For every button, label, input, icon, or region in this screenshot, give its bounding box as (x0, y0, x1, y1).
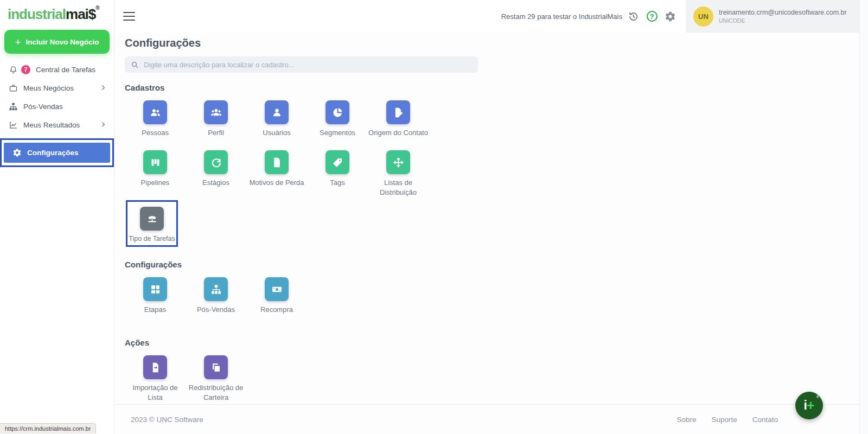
copy-icon (210, 362, 222, 373)
tile-tipo-de-tarefas[interactable]: Tipo de Tarefas (129, 207, 175, 244)
header-icons: ? (628, 11, 676, 22)
tile-redistribuicao-de-carteira[interactable]: Redistribuição de Carteira (186, 355, 246, 403)
app-logo: industrialmai$® (0, 0, 114, 23)
section-heading-cadastros: Cadastros (125, 83, 859, 92)
tile-perfil[interactable]: Perfil (186, 100, 246, 148)
footer-link-contato[interactable]: Contato (752, 416, 778, 424)
vertical-scrollbar[interactable] (859, 0, 868, 434)
trial-countdown-text: Restam 29 para testar o IndustrialMais (501, 12, 622, 21)
tile-pessoas[interactable]: Pessoas (125, 100, 186, 148)
tile-importacao-de-lista[interactable]: Importação de Lista (125, 355, 186, 403)
annotation-box-sidebar: Configurações (0, 138, 114, 167)
page-title: Configurações (125, 37, 859, 49)
money-bill-icon (271, 284, 283, 295)
sidebar-menu: 7 Central de Tarefas Meus Negócios Pós-V… (0, 60, 114, 167)
tile-label: Etapas (144, 305, 166, 325)
logo-part-mais: mai$ (66, 6, 95, 22)
sidebar-item-central-de-tarefas[interactable]: 7 Central de Tarefas (0, 60, 114, 79)
search-input[interactable] (144, 61, 472, 69)
copyright-text: 2023 © UNC Software (131, 416, 203, 424)
tile-segmentos[interactable]: Segmentos (307, 100, 368, 148)
new-deal-button[interactable]: + Incluir Novo Negócio (4, 30, 110, 54)
tag-icon (332, 157, 343, 168)
tile-label: Pessoas (142, 128, 169, 148)
phone-icon (146, 213, 158, 225)
main-content: Configurações Cadastros Pessoas Perfil U… (114, 33, 859, 404)
move-arrows-icon (393, 157, 404, 168)
tile-label: Listas de Distribuição (368, 178, 429, 198)
grid-icon (150, 284, 161, 295)
tile-estagios[interactable]: Estágios (186, 150, 246, 198)
tile-row: Importação de Lista Redistribuição de Ca… (125, 355, 859, 403)
tile-origem-do-contato[interactable]: Origem do Contato (368, 100, 429, 148)
tile-label: Pós-Vendas (197, 305, 235, 325)
redo-arrow-icon (210, 157, 222, 168)
tile-listas-de-distribuicao[interactable]: Listas de Distribuição (368, 150, 429, 198)
tile-etapas[interactable]: Etapas (125, 277, 186, 325)
chart-pie-icon (332, 107, 343, 118)
sitemap-icon (210, 284, 222, 295)
tile-label: Perfil (208, 128, 224, 148)
tile-label: Motivos de Perda (249, 178, 304, 198)
tile-recompra[interactable]: Recompra (246, 277, 307, 325)
sitemap-icon (9, 102, 18, 111)
tile-pipelines[interactable]: Pipelines (125, 150, 186, 198)
search-icon (131, 61, 139, 69)
sidebar-item-pos-vendas[interactable]: Pós-Vendas (0, 97, 114, 116)
fab-registered-mark: ® (816, 395, 819, 399)
tile-row: Tipo de Tarefas (125, 200, 859, 247)
tile-label: Usuários (263, 128, 290, 148)
file-pen-icon (393, 107, 404, 118)
brand-fab-button[interactable]: i + ® (795, 392, 823, 419)
tile-motivos-de-perda[interactable]: Motivos de Perda (246, 150, 307, 198)
chart-line-icon (9, 120, 18, 130)
task-count-badge: 7 (21, 65, 30, 74)
tile-label: Tipo de Tarefas (129, 234, 175, 244)
new-deal-button-label: Incluir Novo Negócio (26, 38, 99, 46)
settings-gear-icon[interactable] (665, 11, 676, 22)
search-bar (125, 56, 478, 73)
avatar: UN (693, 7, 713, 27)
browser-status-url: https://crm.industrialmais.com.br (0, 423, 96, 433)
tile-pos-vendas[interactable]: Pós-Vendas (186, 277, 246, 325)
user-friends-icon (150, 107, 161, 118)
help-icon[interactable]: ? (646, 11, 658, 22)
section-heading-acoes: Ações (125, 338, 859, 347)
tile-row: Etapas Pós-Vendas Recompra (125, 277, 859, 325)
tile-label: Tags (330, 178, 344, 198)
annotation-box-tipo-de-tarefas: Tipo de Tarefas (126, 200, 178, 247)
chevron-right-icon (100, 84, 106, 92)
user-company: UNICODE (719, 17, 847, 24)
kanban-icon (150, 157, 161, 168)
document-icon (271, 157, 283, 168)
sidebar-item-label: Meus Resultados (23, 121, 80, 129)
sidebar-item-configuracoes[interactable]: Configurações (4, 143, 110, 163)
tile-row: Pessoas Perfil Usuários Segmentos Origem… (125, 100, 859, 148)
sidebar-item-meus-resultados[interactable]: Meus Resultados (0, 116, 114, 134)
tile-label: Origem do Contato (368, 128, 428, 148)
footer-link-sobre[interactable]: Sobre (676, 416, 696, 424)
tile-tags[interactable]: Tags (307, 150, 368, 198)
history-icon[interactable] (628, 11, 639, 22)
tile-label: Segmentos (320, 128, 355, 148)
footer: 2023 © UNC Software Sobre Suporte Contat… (114, 404, 859, 434)
briefcase-icon (9, 84, 18, 93)
sidebar-item-label: Configurações (27, 149, 79, 157)
help-glyph: ? (650, 13, 654, 20)
section-heading-configuracoes: Configurações (125, 260, 859, 269)
sidebar-item-label: Meus Negócios (23, 84, 74, 92)
tile-label: Recompra (260, 305, 293, 325)
file-import-icon (150, 362, 161, 373)
tile-row: Pipelines Estágios Motivos de Perda Tags… (125, 150, 859, 198)
sidebar-item-meus-negocios[interactable]: Meus Negócios (0, 79, 114, 97)
footer-link-suporte[interactable]: Suporte (711, 416, 737, 424)
sidebar-item-label: Central de Tarefas (36, 66, 95, 74)
sidebar-item-label: Pós-Vendas (23, 103, 63, 111)
footer-links: Sobre Suporte Contato (676, 416, 778, 424)
plus-icon: + (15, 37, 21, 47)
user-menu[interactable]: UN treinamento.crm@unicodesoftware.com.b… (686, 0, 859, 33)
user-info: treinamento.crm@unicodesoftware.com.br U… (719, 9, 847, 24)
hamburger-menu-icon[interactable] (123, 12, 135, 21)
status-url-text: https://crm.industrialmais.com.br (5, 425, 91, 432)
tile-usuarios[interactable]: Usuários (246, 100, 307, 148)
